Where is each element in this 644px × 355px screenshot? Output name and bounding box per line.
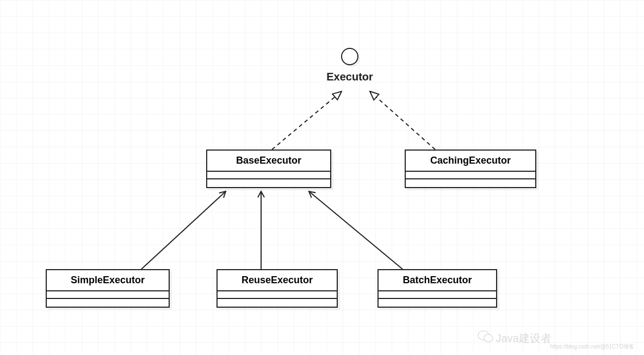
class-simple-executor: SimpleExecutor [46,269,170,308]
svg-line-0 [272,91,342,150]
class-caching-executor: CachingExecutor [405,150,536,188]
class-operations [207,179,330,187]
class-name: CachingExecutor [406,151,535,172]
watermark-main: Java建设者 [478,329,552,347]
class-operations [218,299,337,307]
class-name: BatchExecutor [379,270,496,291]
class-attributes [47,291,169,299]
wechat-icon [478,329,494,347]
interface-circle-executor [341,48,358,65]
class-attributes [406,172,535,179]
class-reuse-executor: ReuseExecutor [216,269,338,308]
watermark-text: Java建设者 [496,331,552,346]
svg-line-2 [141,191,226,269]
svg-point-6 [484,334,493,342]
class-name: SimpleExecutor [47,270,169,291]
class-name: ReuseExecutor [218,270,337,291]
class-attributes [379,291,496,299]
class-batch-executor: BatchExecutor [377,269,497,308]
interface-label-executor: Executor [326,71,373,83]
class-operations [406,179,535,187]
class-operations [47,299,169,307]
svg-line-1 [370,91,435,150]
class-name: BaseExecutor [207,151,330,172]
watermark-small: https://blog.csdn.net/@51CTO博客 [550,343,634,351]
class-attributes [218,291,337,299]
class-base-executor: BaseExecutor [206,150,331,188]
svg-line-4 [309,191,403,269]
class-attributes [207,172,330,179]
class-operations [379,299,496,307]
